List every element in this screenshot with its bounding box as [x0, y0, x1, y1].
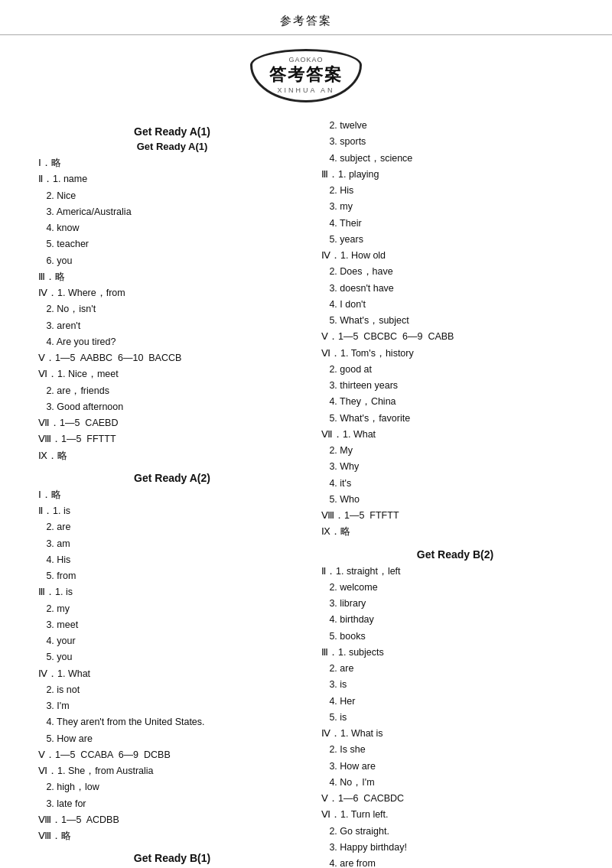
get-ready-a1-sub: Get Ready A(1) — [38, 141, 306, 152]
get-ready-b1-title: Get Ready B(1) — [38, 852, 306, 864]
a1-line-11: 4. Are you tired? — [38, 334, 306, 350]
a1-line-7: Ⅲ．略 — [38, 269, 306, 285]
b2-line-6: 2. are — [321, 661, 589, 677]
b1r-line-8: Ⅳ．1. How old — [321, 248, 589, 264]
get-ready-b2-block: Ⅱ．1. straight，left 2. welcome 3. library… — [321, 564, 589, 869]
b1r-line-9: 2. Does，have — [321, 264, 589, 280]
b2-line-15: Ⅵ．1. Turn left. — [321, 807, 589, 823]
a1-line-4: 4. know — [38, 220, 306, 236]
b1r-line-7: 5. years — [321, 232, 589, 248]
header-title: 参考答案 — [280, 15, 332, 27]
b1r-line-21: 3. Why — [321, 459, 589, 475]
b2-line-14: Ⅴ．1—6 CACBDC — [321, 791, 589, 807]
b1r-line-10: 3. doesn't have — [321, 281, 589, 297]
get-ready-a2-title: Get Ready A(2) — [38, 472, 306, 484]
a1-line-8: Ⅳ．1. Where，from — [38, 285, 306, 301]
a1-line-10: 3. aren't — [38, 318, 306, 334]
b2-line-17: 3. Happy birthday! — [321, 840, 589, 856]
a1-line-16: Ⅶ．1—5 CAEBD — [38, 415, 306, 431]
b1r-line-15: 2. good at — [321, 362, 589, 378]
b2-line-16: 2. Go straight. — [321, 824, 589, 840]
a1-line-6: 6. you — [38, 253, 306, 269]
b1r-line-4: 2. His — [321, 183, 589, 199]
a2-line-7: 2. my — [38, 601, 306, 617]
a1-line-1: Ⅱ．1. name — [38, 171, 306, 187]
b1r-line-22: 4. it's — [321, 476, 589, 492]
right-column: 2. twelve 3. sports 4. subject，science Ⅲ… — [314, 118, 589, 868]
a1-line-2: 2. Nice — [38, 188, 306, 204]
b2-line-8: 4. Her — [321, 694, 589, 710]
b2-line-4: 5. books — [321, 629, 589, 645]
a2-line-5: 5. from — [38, 568, 306, 584]
b1r-line-19: Ⅶ．1. What — [321, 427, 589, 443]
left-column: Get Ready A(1) Get Ready A(1) Ⅰ．略 Ⅱ．1. n… — [38, 118, 314, 868]
a2-line-14: 4. They aren't from the United States. — [38, 714, 306, 730]
a2-line-16: Ⅴ．1—5 CCABA 6—9 DCBB — [38, 747, 306, 763]
b2-line-3: 4. birthday — [321, 612, 589, 628]
b2-line-7: 3. is — [321, 677, 589, 693]
b1r-line-14: Ⅵ．1. Tom's，history — [321, 346, 589, 362]
b1r-line-25: Ⅸ．略 — [321, 524, 589, 540]
get-ready-a2-block: Ⅰ．略 Ⅱ．1. is 2. are 3. am 4. His 5. from … — [38, 487, 306, 845]
b1r-line-13: Ⅴ．1—5 CBCBC 6—9 CABB — [321, 329, 589, 345]
a2-line-0: Ⅰ．略 — [38, 487, 306, 503]
logo-main: 答考答案 — [269, 63, 343, 86]
a2-line-13: 3. I'm — [38, 698, 306, 714]
get-ready-a1-title: Get Ready A(1) — [38, 125, 306, 138]
b1r-line-1: 3. sports — [321, 134, 589, 150]
a1-line-17: Ⅷ．1—5 FFTTT — [38, 431, 306, 447]
a1-line-14: 2. are，friends — [38, 383, 306, 399]
b1r-line-11: 4. I don't — [321, 297, 589, 313]
logo-top: GAOKAO — [269, 56, 343, 63]
b1r-line-20: 2. My — [321, 443, 589, 459]
b2-line-1: 2. welcome — [321, 580, 589, 596]
logo-bottom: XINHUA AN — [269, 86, 343, 94]
a1-line-9: 2. No，isn't — [38, 301, 306, 317]
b2-line-5: Ⅲ．1. subjects — [321, 645, 589, 661]
b1r-line-17: 4. They，China — [321, 394, 589, 410]
a1-line-13: Ⅵ．1. Nice，meet — [38, 366, 306, 382]
a2-line-1: Ⅱ．1. is — [38, 503, 306, 519]
b1r-line-6: 4. Their — [321, 216, 589, 232]
content-area: Get Ready A(1) Get Ready A(1) Ⅰ．略 Ⅱ．1. n… — [0, 110, 612, 868]
a2-line-4: 4. His — [38, 552, 306, 568]
a2-line-6: Ⅲ．1. is — [38, 584, 306, 600]
a2-line-15: 5. How are — [38, 731, 306, 747]
get-ready-b1-right-block: 2. twelve 3. sports 4. subject，science Ⅲ… — [321, 118, 589, 541]
a1-line-18: Ⅸ．略 — [38, 448, 306, 464]
b1r-line-0: 2. twelve — [321, 118, 589, 134]
b2-line-11: 2. Is she — [321, 742, 589, 758]
page-header: 参考答案 — [0, 0, 612, 35]
a2-line-20: Ⅷ．1—5 ACDBB — [38, 812, 306, 828]
get-ready-b2-title: Get Ready B(2) — [321, 548, 589, 561]
a2-line-12: 2. is not — [38, 682, 306, 698]
b1r-line-12: 5. What's，subject — [321, 313, 589, 329]
a1-line-3: 3. America/Australia — [38, 204, 306, 220]
b1r-line-23: 5. Who — [321, 492, 589, 508]
b2-line-18: 4. are from — [321, 856, 589, 868]
a1-line-5: 5. teacher — [38, 236, 306, 252]
b2-line-10: Ⅳ．1. What is — [321, 726, 589, 742]
a2-line-2: 2. are — [38, 519, 306, 535]
a1-line-15: 3. Good afternoon — [38, 399, 306, 415]
a1-line-12: Ⅴ．1—5 AABBC 6—10 BACCB — [38, 350, 306, 366]
b2-line-0: Ⅱ．1. straight，left — [321, 564, 589, 580]
b2-line-2: 3. library — [321, 596, 589, 612]
a2-line-17: Ⅵ．1. She，from Australia — [38, 763, 306, 779]
b2-line-12: 3. How are — [321, 759, 589, 775]
get-ready-a1-block: Ⅰ．略 Ⅱ．1. name 2. Nice 3. America/Austral… — [38, 155, 306, 464]
a2-line-9: 4. your — [38, 633, 306, 649]
b1r-line-3: Ⅲ．1. playing — [321, 167, 589, 183]
a2-line-19: 3. late for — [38, 796, 306, 812]
b1r-line-18: 5. What's，favorite — [321, 411, 589, 427]
a2-line-11: Ⅳ．1. What — [38, 666, 306, 682]
logo-box: GAOKAO 答考答案 XINHUA AN — [250, 49, 362, 102]
b1r-line-5: 3. my — [321, 199, 589, 215]
a2-line-21: Ⅷ．略 — [38, 828, 306, 844]
b2-line-13: 4. No，I'm — [321, 775, 589, 791]
a1-line-0: Ⅰ．略 — [38, 155, 306, 171]
a2-line-8: 3. meet — [38, 617, 306, 633]
logo-area: GAOKAO 答考答案 XINHUA AN — [0, 35, 612, 110]
a2-line-3: 3. am — [38, 536, 306, 552]
a2-line-18: 2. high，low — [38, 779, 306, 795]
